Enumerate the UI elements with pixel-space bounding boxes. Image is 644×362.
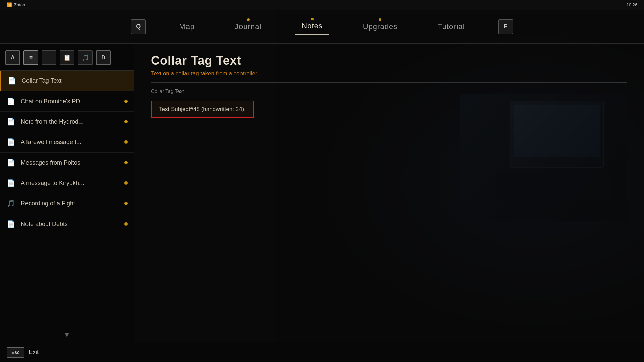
dot-message-kiryukh xyxy=(124,181,128,185)
list-item-recording-fight[interactable]: 🎵 Recording of a Fight... xyxy=(0,193,134,214)
dot-messages-poltos xyxy=(124,161,128,164)
item-icon-message-kiryukh: 📄 xyxy=(7,179,16,187)
list-item-collar-tag[interactable]: 📄 Collar Tag Text xyxy=(0,71,134,91)
item-label-farewell: A farewell message t... xyxy=(21,139,127,146)
sidebar-filters: A ≡ ! 📋 🎵 D xyxy=(0,47,134,71)
item-icon-chat-bromine: 📄 xyxy=(7,97,16,105)
upgrades-dot xyxy=(379,18,381,21)
nav-key-e[interactable]: E xyxy=(498,19,513,34)
sidebar: A ≡ ! 📋 🎵 D 📄 Collar Tag Text 📄 Chat on … xyxy=(0,44,134,342)
item-label-recording-fight: Recording of a Fight... xyxy=(21,200,127,207)
item-label-collar-tag: Collar Tag Text xyxy=(22,77,127,84)
item-icon-recording-fight: 🎵 xyxy=(7,199,16,207)
list-item-note-debts[interactable]: 📄 Note about Debts xyxy=(0,214,134,234)
item-label-message-kiryukh: A message to Kiryukh... xyxy=(21,180,127,187)
navbar: Q Map Journal Notes Upgrades Tutorial E xyxy=(0,10,644,44)
nav-item-tutorial[interactable]: Tutorial xyxy=(431,19,472,35)
dot-recording-fight xyxy=(124,202,128,205)
list-item-farewell[interactable]: 📄 A farewell message t... xyxy=(0,132,134,153)
sidebar-scroll-down[interactable]: ▼ xyxy=(0,327,134,342)
dot-note-debts xyxy=(124,222,128,226)
item-label-chat-bromine: Chat on Bromine's PD... xyxy=(21,98,127,105)
item-label-messages-poltos: Messages from Poltos xyxy=(21,159,127,166)
list-item-chat-bromine[interactable]: 📄 Chat on Bromine's PD... xyxy=(0,91,134,112)
item-icon-collar-tag: 📄 xyxy=(8,77,17,85)
esc-key[interactable]: Esc xyxy=(7,347,24,358)
item-icon-messages-poltos: 📄 xyxy=(7,159,16,167)
filter-key-d[interactable]: D xyxy=(96,50,111,65)
main-area: A ≡ ! 📋 🎵 D 📄 Collar Tag Text 📄 Chat on … xyxy=(0,44,644,342)
dot-farewell xyxy=(124,140,128,144)
filter-alert[interactable]: ! xyxy=(42,50,56,65)
content-body-box: Test Subject#48 (handwritten: 24). xyxy=(151,101,254,118)
topbar-app-name: 📶 Zaton xyxy=(7,2,25,7)
content-area: Collar Tag Text Text on a collar tag tak… xyxy=(134,44,644,342)
list-item-note-hydrod[interactable]: 📄 Note from the Hydrod... xyxy=(0,112,134,132)
nav-item-notes[interactable]: Notes xyxy=(295,18,329,35)
filter-audio[interactable]: 🎵 xyxy=(78,50,93,65)
notes-dot xyxy=(311,18,314,20)
exit-label: Exit xyxy=(29,349,39,356)
sidebar-list: 📄 Collar Tag Text 📄 Chat on Bromine's PD… xyxy=(0,71,134,327)
dot-note-hydrod xyxy=(124,120,128,123)
nav-item-journal[interactable]: Journal xyxy=(228,19,268,35)
signal-icon: 📶 xyxy=(7,2,12,7)
item-label-note-hydrod: Note from the Hydrod... xyxy=(21,118,127,125)
nav-key-q[interactable]: Q xyxy=(131,19,146,34)
content-title: Collar Tag Text xyxy=(151,54,627,68)
topbar-time: 10:26 xyxy=(626,2,637,7)
topbar: 📶 Zaton 10:26 xyxy=(0,0,644,10)
filter-key-a[interactable]: A xyxy=(5,50,20,65)
content-divider xyxy=(151,82,627,83)
list-item-messages-poltos[interactable]: 📄 Messages from Poltos xyxy=(0,153,134,173)
journal-dot xyxy=(247,18,250,21)
list-item-message-kiryukh[interactable]: 📄 A message to Kiryukh... xyxy=(0,173,134,193)
item-label-note-debts: Note about Debts xyxy=(21,221,127,228)
filter-list[interactable]: ≡ xyxy=(23,50,38,65)
item-icon-farewell: 📄 xyxy=(7,138,16,146)
dot-chat-bromine xyxy=(124,100,128,103)
content-label: Collar Tag Text xyxy=(151,88,627,94)
item-icon-note-hydrod: 📄 xyxy=(7,118,16,126)
content-body-text: Test Subject#48 (handwritten: 24). xyxy=(159,106,246,112)
content-subtitle: Text on a collar tag taken from a contro… xyxy=(151,70,627,77)
nav-item-upgrades[interactable]: Upgrades xyxy=(356,19,404,35)
filter-notes[interactable]: 📋 xyxy=(60,50,74,65)
bottombar: Esc Exit xyxy=(0,342,644,362)
item-icon-note-debts: 📄 xyxy=(7,220,16,228)
nav-item-map[interactable]: Map xyxy=(172,19,201,35)
